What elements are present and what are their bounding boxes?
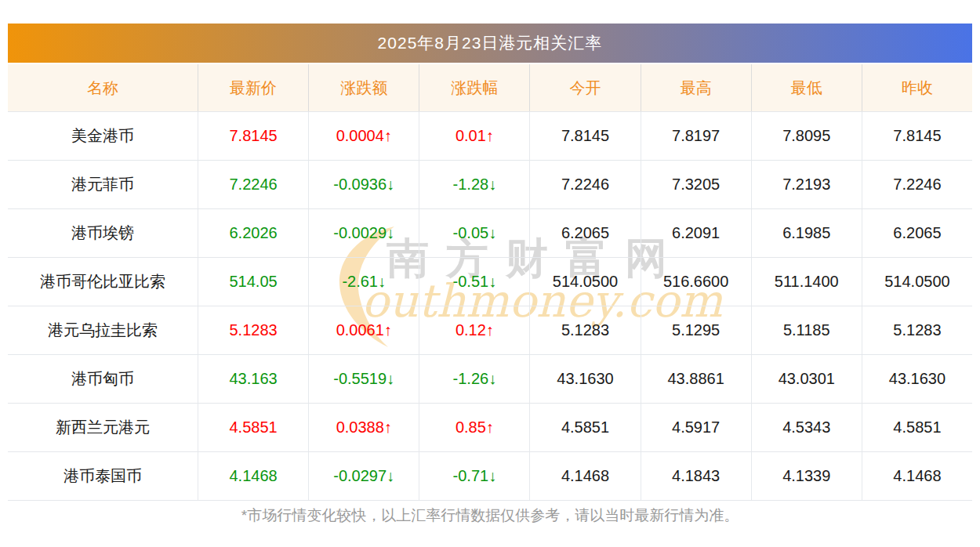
cell-change_pct: -1.26↓ — [419, 355, 529, 403]
cell-high: 7.3205 — [641, 161, 751, 208]
cell-open: 5.1283 — [529, 306, 640, 354]
cell-high: 516.6600 — [641, 258, 751, 306]
table-row: 港币匈币43.163-0.5519↓-1.26↓43.163043.886143… — [8, 354, 972, 403]
column-header-prev: 昨收 — [862, 64, 972, 111]
cell-open: 6.2065 — [529, 209, 640, 257]
cell-low: 7.2193 — [751, 161, 862, 208]
table-row: 港币埃镑6.2026-0.0029↓-0.05↓6.20656.20916.19… — [8, 208, 972, 257]
table-row: 港元乌拉圭比索5.12830.0061↑0.12↑5.12835.12955.1… — [8, 306, 972, 354]
cell-high: 4.5917 — [641, 404, 751, 451]
cell-prev: 6.2065 — [862, 209, 972, 257]
header-row: 名称最新价涨跌额涨跌幅今开最高最低昨收 — [8, 64, 972, 111]
cell-name: 港币哥伦比亚比索 — [8, 258, 198, 306]
cell-open: 4.5851 — [529, 404, 640, 451]
cell-high: 6.2091 — [641, 209, 751, 257]
cell-change: -2.61↓ — [308, 258, 419, 306]
cell-low: 7.8095 — [751, 112, 862, 160]
rates-table: 2025年8月23日港元相关汇率 名称最新价涨跌额涨跌幅今开最高最低昨收 南方财… — [8, 24, 972, 501]
cell-change: -0.0936↓ — [308, 161, 419, 208]
cell-change: -0.0029↓ — [308, 209, 419, 257]
cell-name: 美金港币 — [8, 112, 198, 160]
cell-high: 7.8197 — [641, 112, 751, 160]
cell-latest: 4.1468 — [198, 452, 308, 500]
cell-name: 新西兰元港元 — [8, 404, 198, 451]
cell-low: 4.1339 — [751, 452, 862, 500]
cell-latest: 6.2026 — [198, 209, 308, 257]
cell-change: 0.0061↑ — [308, 306, 419, 354]
column-header-open: 今开 — [529, 64, 640, 111]
cell-latest: 4.5851 — [198, 404, 308, 451]
column-header-latest: 最新价 — [198, 64, 308, 111]
table-title: 2025年8月23日港元相关汇率 — [8, 24, 972, 63]
cell-prev: 4.1468 — [862, 452, 972, 500]
column-header-low: 最低 — [751, 64, 862, 111]
cell-latest: 7.8145 — [198, 112, 308, 160]
cell-low: 4.5343 — [751, 404, 862, 451]
cell-low: 43.0301 — [751, 355, 862, 403]
disclaimer-note: *市场行情变化较快，以上汇率行情数据仅供参考，请以当时最新行情为准。 — [0, 505, 980, 526]
cell-latest: 43.163 — [198, 355, 308, 403]
cell-change: 0.0388↑ — [308, 404, 419, 451]
table-row: 港元菲币7.2246-0.0936↓-1.28↓7.22467.32057.21… — [8, 160, 972, 208]
table-row: 美金港币7.81450.0004↑0.01↑7.81457.81977.8095… — [8, 111, 972, 160]
cell-high: 43.8861 — [641, 355, 751, 403]
cell-change_pct: -0.05↓ — [419, 209, 529, 257]
cell-open: 4.1468 — [529, 452, 640, 500]
table-body: 美金港币7.81450.0004↑0.01↑7.81457.81977.8095… — [8, 111, 972, 501]
cell-high: 5.1295 — [641, 306, 751, 354]
cell-latest: 7.2246 — [198, 161, 308, 208]
cell-name: 港币泰国币 — [8, 452, 198, 500]
cell-prev: 514.0500 — [862, 258, 972, 306]
cell-change_pct: -0.71↓ — [419, 452, 529, 500]
table-row: 港币泰国币4.1468-0.0297↓-0.71↓4.14684.18434.1… — [8, 451, 972, 500]
cell-change_pct: -0.51↓ — [419, 258, 529, 306]
cell-low: 6.1985 — [751, 209, 862, 257]
cell-change: -0.0297↓ — [308, 452, 419, 500]
table-row: 新西兰元港元4.58510.0388↑0.85↑4.58514.59174.53… — [8, 403, 972, 451]
cell-change: -0.5519↓ — [308, 355, 419, 403]
column-header-high: 最高 — [641, 64, 751, 111]
cell-change_pct: -1.28↓ — [419, 161, 529, 208]
cell-change_pct: 0.85↑ — [419, 404, 529, 451]
cell-open: 43.1630 — [529, 355, 640, 403]
cell-prev: 4.5851 — [862, 404, 972, 451]
column-header-name: 名称 — [8, 64, 198, 111]
cell-high: 4.1843 — [641, 452, 751, 500]
cell-open: 7.2246 — [529, 161, 640, 208]
cell-change: 0.0004↑ — [308, 112, 419, 160]
cell-open: 7.8145 — [529, 112, 640, 160]
cell-name: 港币埃镑 — [8, 209, 198, 257]
cell-prev: 7.2246 — [862, 161, 972, 208]
cell-name: 港元菲币 — [8, 161, 198, 208]
cell-latest: 5.1283 — [198, 306, 308, 354]
cell-prev: 43.1630 — [862, 355, 972, 403]
cell-prev: 7.8145 — [862, 112, 972, 160]
cell-prev: 5.1283 — [862, 306, 972, 354]
cell-name: 港元乌拉圭比索 — [8, 306, 198, 354]
table-row: 港币哥伦比亚比索514.05-2.61↓-0.51↓514.0500516.66… — [8, 257, 972, 306]
cell-name: 港币匈币 — [8, 355, 198, 403]
cell-open: 514.0500 — [529, 258, 640, 306]
cell-latest: 514.05 — [198, 258, 308, 306]
cell-low: 511.1400 — [751, 258, 862, 306]
cell-low: 5.1185 — [751, 306, 862, 354]
column-header-change: 涨跌额 — [308, 64, 419, 111]
column-header-change_pct: 涨跌幅 — [419, 64, 529, 111]
cell-change_pct: 0.12↑ — [419, 306, 529, 354]
cell-change_pct: 0.01↑ — [419, 112, 529, 160]
